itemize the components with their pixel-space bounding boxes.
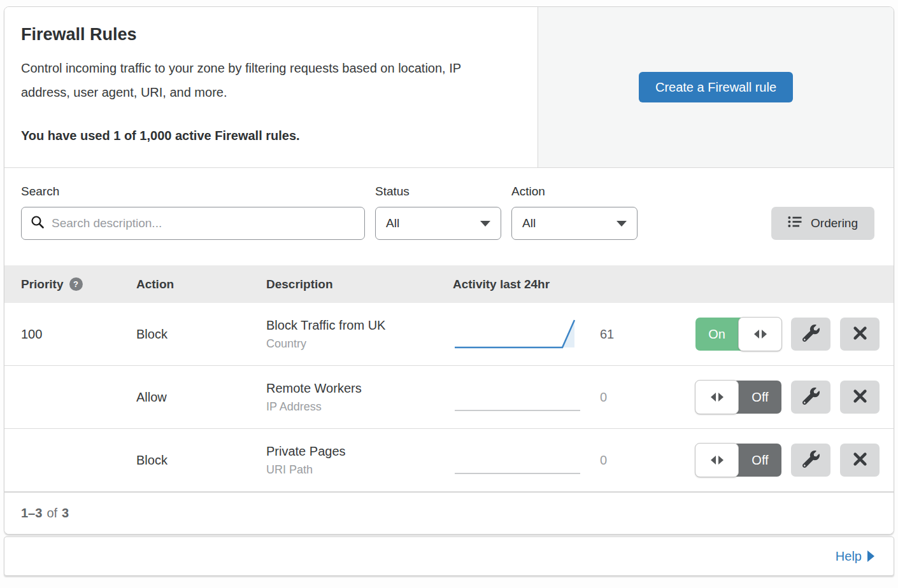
search-box[interactable]	[21, 207, 365, 240]
chevron-down-icon	[480, 221, 490, 227]
table-header: Priority ? Action Description Activity l…	[4, 265, 894, 303]
right-triangle-icon	[867, 550, 874, 562]
activity-count: 0	[600, 390, 619, 405]
rule-description-cell: Block Traffic from UK Country	[266, 318, 453, 351]
rule-action: Allow	[136, 390, 266, 405]
activity-count: 61	[600, 327, 619, 342]
toggle-state-label: On	[695, 318, 738, 351]
delete-rule-button[interactable]	[840, 381, 880, 414]
toggle-handle-icon[interactable]	[695, 443, 739, 477]
wrench-icon	[802, 451, 820, 470]
help-link-label: Help	[836, 549, 862, 564]
action-filter-group: Action All	[511, 185, 638, 240]
activity-sparkline	[453, 316, 583, 353]
rule-priority: 100	[21, 327, 136, 342]
header-section: Firewall Rules Control incoming traffic …	[4, 7, 894, 168]
status-label: Status	[375, 185, 501, 199]
enable-toggle[interactable]: Off	[695, 444, 781, 477]
filter-bar: Search Status All Action All	[4, 168, 894, 265]
wrench-icon	[802, 388, 820, 407]
page-description: Control incoming traffic to your zone by…	[21, 56, 505, 104]
header-action-panel: Create a Firewall rule	[538, 7, 894, 167]
pagination-bar: 1–3 of 3	[4, 492, 894, 534]
firewall-rules-card: Firewall Rules Control incoming traffic …	[4, 6, 894, 535]
enable-toggle[interactable]: Off	[695, 381, 781, 414]
rule-description: Block Traffic from UK	[266, 318, 453, 333]
pagination-of: of	[46, 506, 57, 521]
page-title: Firewall Rules	[21, 25, 512, 45]
column-header-priority: Priority ?	[21, 277, 136, 291]
priority-help-icon[interactable]: ?	[69, 277, 83, 291]
activity-cell: 0	[453, 379, 694, 416]
wrench-icon	[802, 325, 820, 344]
row-controls: Off	[694, 444, 894, 477]
delete-rule-button[interactable]	[840, 444, 880, 477]
action-select-value: All	[522, 216, 536, 230]
toggle-handle-icon[interactable]	[695, 380, 739, 414]
enable-toggle[interactable]: On	[695, 318, 781, 351]
status-select[interactable]: All	[375, 207, 501, 240]
rule-match-type: URI Path	[266, 463, 453, 477]
rule-action: Block	[136, 327, 266, 342]
row-controls: Off	[694, 381, 894, 414]
list-icon	[788, 216, 802, 231]
help-link[interactable]: Help	[836, 549, 874, 564]
table-row: 100 Block Block Traffic from UK Country …	[4, 303, 894, 366]
edit-rule-button[interactable]	[791, 444, 830, 477]
search-label: Search	[21, 185, 365, 199]
close-icon	[853, 389, 867, 405]
chevron-down-icon	[616, 221, 627, 227]
status-filter-group: Status All	[375, 185, 501, 240]
rule-description-cell: Private Pages URI Path	[266, 444, 453, 477]
action-select[interactable]: All	[511, 207, 638, 240]
pagination-total: 3	[62, 506, 69, 521]
edit-rule-button[interactable]	[791, 318, 830, 351]
rule-description: Remote Workers	[266, 381, 453, 396]
activity-cell: 61	[453, 316, 694, 353]
create-firewall-rule-button[interactable]: Create a Firewall rule	[639, 72, 793, 102]
edit-rule-button[interactable]	[791, 381, 830, 414]
ordering-button[interactable]: Ordering	[771, 207, 874, 240]
toggle-state-label: Off	[739, 381, 781, 414]
action-label: Action	[511, 185, 638, 199]
help-footer: Help	[4, 536, 894, 576]
rule-match-type: Country	[266, 337, 453, 351]
table-row: Block Private Pages URI Path 0 Off	[4, 429, 894, 492]
activity-sparkline	[453, 442, 583, 479]
table-row: Allow Remote Workers IP Address 0 Off	[4, 366, 894, 429]
close-icon	[853, 326, 867, 342]
status-select-value: All	[386, 216, 399, 230]
activity-sparkline	[453, 379, 583, 416]
delete-rule-button[interactable]	[840, 318, 880, 351]
search-input[interactable]	[50, 216, 355, 231]
rule-description-cell: Remote Workers IP Address	[266, 381, 453, 414]
ordering-button-label: Ordering	[811, 216, 858, 230]
priority-header-label: Priority	[21, 277, 64, 291]
activity-cell: 0	[453, 442, 694, 479]
search-icon	[31, 215, 45, 232]
toggle-state-label: Off	[739, 444, 781, 477]
pagination-range: 1–3	[21, 506, 42, 521]
row-controls: On	[694, 318, 894, 351]
rule-description: Private Pages	[266, 444, 453, 459]
usage-line: You have used 1 of 1,000 active Firewall…	[21, 129, 512, 143]
header-text-panel: Firewall Rules Control incoming traffic …	[4, 7, 538, 167]
toggle-handle-icon[interactable]	[738, 317, 782, 351]
rule-action: Block	[136, 453, 266, 468]
column-header-activity: Activity last 24hr	[453, 277, 694, 291]
close-icon	[853, 452, 867, 468]
search-group: Search	[21, 185, 365, 240]
rule-match-type: IP Address	[266, 400, 453, 414]
activity-count: 0	[600, 453, 619, 468]
column-header-action: Action	[136, 277, 266, 291]
column-header-description: Description	[266, 277, 453, 291]
